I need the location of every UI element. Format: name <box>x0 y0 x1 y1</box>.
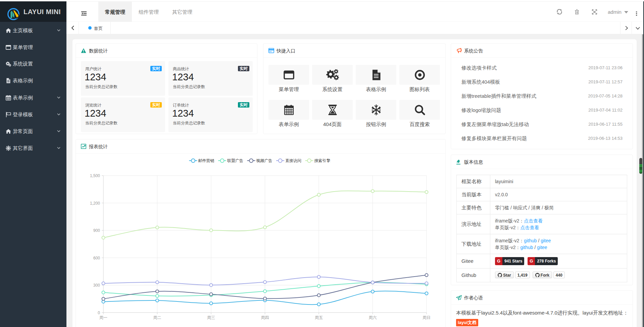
svg-text:300: 300 <box>93 283 100 288</box>
svg-text:周五: 周五 <box>315 315 323 320</box>
svg-text:联盟广告: 联盟广告 <box>227 158 243 163</box>
svg-text:1,500: 1,500 <box>90 173 100 178</box>
svg-text:周四: 周四 <box>261 315 269 320</box>
svg-text:周六: 周六 <box>369 315 377 320</box>
svg-text:直接访问: 直接访问 <box>285 158 301 163</box>
svg-text:600: 600 <box>93 256 100 260</box>
svg-text:周日: 周日 <box>423 315 431 320</box>
svg-text:搜索引擎: 搜索引擎 <box>314 158 331 163</box>
svg-text:周三: 周三 <box>207 315 215 320</box>
svg-text:900: 900 <box>93 228 100 233</box>
svg-text:0: 0 <box>98 311 100 315</box>
svg-text:邮件营销: 邮件营销 <box>198 158 214 163</box>
svg-text:周一: 周一 <box>99 315 107 320</box>
svg-text:视频广告: 视频广告 <box>256 158 273 163</box>
svg-text:周二: 周二 <box>153 315 161 320</box>
svg-text:1,200: 1,200 <box>90 201 100 206</box>
